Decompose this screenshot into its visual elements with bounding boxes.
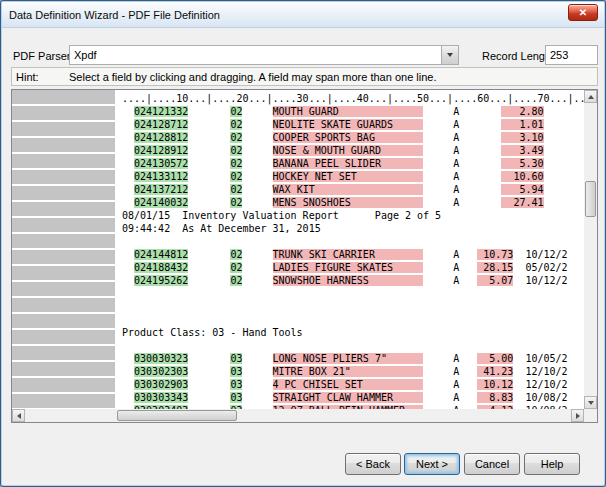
preview-line: 030302303 03 MITRE BOX 21" A 41.23 12/10…: [122, 365, 584, 378]
preview-line: 030302903 03 4 PC CHISEL SET A 10.12 12/…: [122, 378, 584, 391]
window-title: Data Definition Wizard - PDF File Defini…: [9, 9, 220, 21]
horizontal-scroll-track[interactable]: [25, 409, 571, 422]
vertical-scrollbar[interactable]: [584, 90, 597, 409]
field-highlight-pink[interactable]: LADIES FIGURE SKATES: [273, 262, 424, 273]
field-highlight-pink[interactable]: STRAIGHT CLAW HAMMER: [273, 392, 424, 403]
vertical-scroll-track[interactable]: [584, 103, 597, 396]
pdf-parser-label: PDF Parser: [13, 50, 70, 62]
field-highlight-green[interactable]: 03: [230, 366, 242, 377]
field-highlight-green[interactable]: 024128712: [134, 119, 188, 130]
field-highlight-pink[interactable]: COOPER SPORTS BAG: [273, 132, 424, 143]
field-highlight-green[interactable]: 02: [230, 184, 242, 195]
field-highlight-pink[interactable]: NEOLITE SKATE GUARDS: [273, 119, 424, 130]
help-button[interactable]: Help: [524, 453, 580, 475]
field-highlight-green[interactable]: 024128812: [134, 132, 188, 143]
scroll-left-button[interactable]: [12, 409, 25, 422]
field-highlight-pink[interactable]: 5.07: [477, 275, 513, 286]
field-highlight-pink[interactable]: MITRE BOX 21": [273, 366, 424, 377]
field-highlight-green[interactable]: 02: [230, 132, 242, 143]
arrow-up-icon: [588, 95, 594, 99]
field-highlight-pink[interactable]: 10.12: [477, 379, 513, 390]
next-button[interactable]: Next >: [404, 453, 460, 475]
field-highlight-pink[interactable]: 5.00: [477, 353, 513, 364]
field-highlight-green[interactable]: 03: [230, 353, 242, 364]
field-highlight-pink[interactable]: 10.73: [477, 249, 513, 260]
preview-line: 08/01/15 Inventory Valuation Report Page…: [122, 209, 584, 222]
column-ruler: ....|....10...|....20...|....30...|....4…: [122, 92, 584, 105]
field-highlight-green[interactable]: 02: [230, 171, 242, 182]
preview-line: 024137212 02 WAX KIT A 5.94: [122, 183, 584, 196]
field-highlight-green[interactable]: 024195262: [134, 275, 188, 286]
field-highlight-pink[interactable]: 5.94: [501, 184, 543, 195]
chevron-down-icon: [447, 53, 453, 57]
field-highlight-pink[interactable]: 27.41: [501, 197, 543, 208]
pdf-preview[interactable]: ....|....10...|....20...|....30...|....4…: [119, 90, 584, 409]
field-highlight-green[interactable]: 024140032: [134, 197, 188, 208]
field-highlight-green[interactable]: 024137212: [134, 184, 188, 195]
field-highlight-pink[interactable]: WAX KIT: [273, 184, 424, 195]
horizontal-scrollbar[interactable]: [12, 409, 584, 422]
field-highlight-green[interactable]: 02: [230, 106, 242, 117]
field-highlight-green[interactable]: 02: [230, 158, 242, 169]
field-highlight-green[interactable]: 02: [230, 145, 242, 156]
field-highlight-pink[interactable]: LONG NOSE PLIERS 7": [273, 353, 424, 364]
field-highlight-green[interactable]: 024130572: [134, 158, 188, 169]
scroll-right-button[interactable]: [571, 409, 584, 422]
field-highlight-pink[interactable]: HOCKEY NET SET: [273, 171, 424, 182]
close-button[interactable]: ✕: [568, 4, 598, 21]
field-highlight-pink[interactable]: 8.83: [477, 392, 513, 403]
field-highlight-green[interactable]: 02: [230, 197, 242, 208]
field-highlight-pink[interactable]: NOSE & MOUTH GUARD: [273, 145, 424, 156]
field-highlight-green[interactable]: 02: [230, 275, 242, 286]
field-highlight-pink[interactable]: 3.49: [501, 145, 543, 156]
back-button[interactable]: < Back: [345, 453, 401, 475]
hint-label: Hint:: [12, 71, 69, 83]
field-highlight-pink[interactable]: 41.23: [477, 366, 513, 377]
field-highlight-green[interactable]: 030302303: [134, 366, 188, 377]
field-highlight-green[interactable]: 024133112: [134, 171, 188, 182]
field-highlight-pink[interactable]: 3.10: [501, 132, 543, 143]
field-highlight-pink[interactable]: 10.60: [501, 171, 543, 182]
vertical-scroll-thumb[interactable]: [585, 181, 596, 217]
close-icon: ✕: [579, 7, 587, 18]
field-highlight-pink[interactable]: 5.30: [501, 158, 543, 169]
arrow-left-icon: [17, 413, 21, 419]
cancel-button[interactable]: Cancel: [464, 453, 520, 475]
field-highlight-green[interactable]: 02: [230, 119, 242, 130]
scroll-down-button[interactable]: [584, 396, 597, 409]
field-highlight-green[interactable]: 03: [230, 379, 242, 390]
dialog-window: Data Definition Wizard - PDF File Defini…: [0, 0, 606, 487]
preview-line: 024140032 02 MENS SNOSHOES A 27.41: [122, 196, 584, 209]
field-highlight-green[interactable]: 030303343: [134, 392, 188, 403]
scroll-up-button[interactable]: [584, 90, 597, 103]
field-highlight-green[interactable]: 024128912: [134, 145, 188, 156]
field-highlight-pink[interactable]: TRUNK SKI CARRIER: [273, 249, 424, 260]
field-highlight-pink[interactable]: 2.80: [501, 106, 543, 117]
field-highlight-pink[interactable]: MOUTH GUARD: [273, 106, 424, 117]
preview-line: [122, 235, 584, 248]
field-highlight-green[interactable]: 024121332: [134, 106, 188, 117]
field-highlight-green[interactable]: 030030323: [134, 353, 188, 364]
field-highlight-green[interactable]: 024188432: [134, 262, 188, 273]
field-highlight-pink[interactable]: BANANA PEEL SLIDER: [273, 158, 424, 169]
field-highlight-pink[interactable]: 4 PC CHISEL SET: [273, 379, 424, 390]
field-list-panel[interactable]: [12, 90, 117, 409]
hint-text: Select a field by clicking and dragging.…: [69, 71, 437, 83]
preview-line: 024121332 02 MOUTH GUARD A 2.80: [122, 105, 584, 118]
field-highlight-green[interactable]: 024144812: [134, 249, 188, 260]
record-length-input[interactable]: [545, 45, 598, 65]
pdf-parser-select[interactable]: Xpdf: [69, 45, 459, 65]
hint-box: Hint: Select a field by clicking and dra…: [11, 67, 598, 86]
field-highlight-green[interactable]: 02: [230, 262, 242, 273]
pdf-parser-value: Xpdf: [70, 46, 441, 64]
field-highlight-pink[interactable]: MENS SNOSHOES: [273, 197, 424, 208]
field-highlight-green[interactable]: 03: [230, 392, 242, 403]
dropdown-button[interactable]: [441, 46, 458, 64]
field-highlight-pink[interactable]: 28.15: [477, 262, 513, 273]
field-highlight-pink[interactable]: 1.01: [501, 119, 543, 130]
horizontal-scroll-thumb[interactable]: [117, 410, 237, 421]
scrollbar-corner: [584, 409, 597, 422]
field-highlight-green[interactable]: 030302903: [134, 379, 188, 390]
field-highlight-pink[interactable]: SNOWSHOE HARNESS: [273, 275, 424, 286]
field-highlight-green[interactable]: 02: [230, 249, 242, 260]
